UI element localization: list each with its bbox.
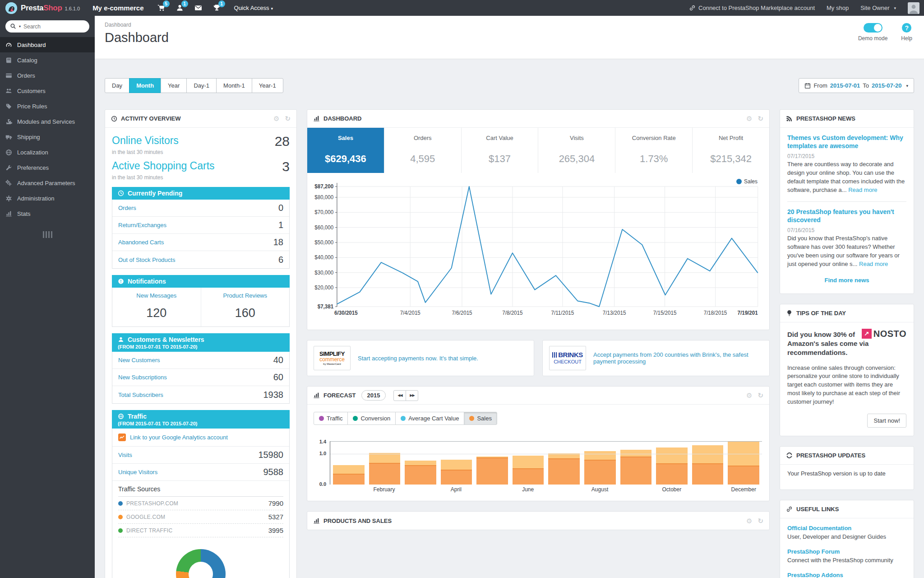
forecast-bar[interactable]: [405, 461, 436, 485]
quick-access-menu[interactable]: Quick Access▾: [234, 5, 273, 11]
sidebar-item-advanced-parameters[interactable]: Advanced Parameters: [0, 175, 95, 191]
panel-settings-icon[interactable]: ⚙: [273, 115, 279, 122]
prestashop-logo[interactable]: [5, 2, 17, 14]
search-icon[interactable]: ▾: [10, 23, 21, 29]
useful-link-item: PrestaShop AddonsEnhance your store with…: [787, 572, 906, 578]
tab-day[interactable]: Day: [105, 78, 129, 93]
unique-visitors-link[interactable]: Unique Visitors: [118, 469, 157, 475]
legend-sales[interactable]: Sales: [464, 412, 497, 425]
legend-average-cart-value[interactable]: Average Cart Value: [395, 412, 464, 425]
sidebar-item-dashboard[interactable]: Dashboard: [0, 37, 95, 52]
official-documentation-link[interactable]: Official Documentation: [787, 525, 851, 531]
sidebar-item-administration[interactable]: Administration: [0, 191, 95, 206]
product-reviews-link[interactable]: Product Reviews: [223, 292, 267, 299]
kpi-net-profit[interactable]: Net Profit$215,342: [693, 128, 769, 173]
article-title[interactable]: Themes vs Custom development: Why templa…: [787, 134, 906, 150]
total-subscribers-link[interactable]: Total Subscribers: [118, 392, 163, 398]
kpi-orders[interactable]: Orders4,595: [384, 128, 462, 173]
article-title[interactable]: 20 PrestaShop features you haven't disco…: [787, 208, 906, 224]
updates-status-text: Your PrestaShop version is up to date: [780, 465, 914, 489]
returns-link[interactable]: Return/Exchanges: [118, 222, 166, 228]
panel-settings-icon[interactable]: ⚙: [746, 517, 752, 524]
pending-row: Out of Stock Products6: [112, 251, 289, 268]
read-more-link[interactable]: Read more: [848, 186, 877, 193]
tab-year-1[interactable]: Year-1: [252, 78, 283, 93]
new-subscriptions-link[interactable]: New Subscriptions: [118, 374, 167, 381]
messages-icon[interactable]: [194, 4, 202, 12]
tab-day-1[interactable]: Day-1: [186, 78, 217, 93]
online-visitors-link[interactable]: Online Visitors: [112, 135, 179, 147]
sidebar-item-orders[interactable]: Orders: [0, 68, 95, 83]
customers-icon[interactable]: 1: [176, 4, 184, 12]
online-visitors-sub: in the last 30 minutes: [112, 149, 290, 155]
kpi-visits[interactable]: Visits265,304: [538, 128, 615, 173]
sidebar-item-modules[interactable]: Modules and Services: [0, 114, 95, 129]
svg-text:7/13/2015: 7/13/2015: [603, 310, 626, 316]
forecast-bar[interactable]: [369, 453, 401, 485]
forecast-next-button[interactable]: ▶▶: [406, 390, 418, 401]
sync-icon: [786, 452, 793, 459]
google-analytics-link[interactable]: Link to your Google Analytics account: [130, 434, 228, 441]
prestashop-addons-link[interactable]: PrestaShop Addons: [787, 572, 843, 578]
source-dot: [118, 528, 123, 533]
legend-traffic[interactable]: Traffic: [314, 412, 348, 425]
user-menu[interactable]: Site Owner▾: [860, 5, 896, 11]
simplify-banner-link[interactable]: Start accepting payments now. It's that …: [358, 355, 478, 362]
sidebar-item-shipping[interactable]: Shipping: [0, 129, 95, 144]
forecast-bar[interactable]: [620, 450, 652, 485]
avatar[interactable]: [908, 2, 919, 14]
date-range-picker[interactable]: From 2015-07-01 To 2015-07-20 ▾: [799, 78, 914, 93]
new-customers-link[interactable]: New Customers: [118, 357, 160, 364]
start-now-button[interactable]: Start now!: [867, 414, 906, 428]
sidebar-item-stats[interactable]: Stats: [0, 206, 95, 221]
forecast-bar[interactable]: [728, 442, 759, 485]
marketplace-link[interactable]: Connect to PrestaShop Marketplace accoun…: [689, 5, 815, 11]
brinks-banner-link[interactable]: Accept payments from 200 countries with …: [593, 351, 763, 365]
panel-settings-icon[interactable]: ⚙: [746, 115, 752, 122]
tab-month-1[interactable]: Month-1: [216, 78, 252, 93]
active-carts-value: 3: [282, 160, 290, 173]
kpi-conversion-rate[interactable]: Conversion Rate1.73%: [615, 128, 693, 173]
new-messages-link[interactable]: New Messages: [136, 292, 176, 299]
orders-link[interactable]: Orders: [118, 205, 136, 211]
sidebar-item-preferences[interactable]: Preferences: [0, 160, 95, 175]
forecast-bar[interactable]: [333, 465, 365, 485]
forecast-bar[interactable]: [476, 457, 508, 485]
sidebar-item-customers[interactable]: Customers: [0, 83, 95, 98]
sidebar-collapse-toggle[interactable]: [42, 231, 53, 238]
my-shop-link[interactable]: My shop: [827, 5, 849, 11]
forecast-bar[interactable]: [584, 451, 616, 485]
tab-year[interactable]: Year: [161, 78, 187, 93]
forecast-bar[interactable]: [548, 453, 580, 485]
kpi-cart-value[interactable]: Cart Value$137: [462, 128, 539, 173]
panel-refresh-icon[interactable]: ↻: [758, 392, 763, 399]
forecast-bar[interactable]: [441, 460, 472, 485]
trophy-icon[interactable]: 1: [213, 4, 221, 12]
visits-link[interactable]: Visits: [118, 452, 132, 458]
sidebar-item-catalog[interactable]: Catalog: [0, 52, 95, 68]
prestashop-forum-link[interactable]: PrestaShop Forum: [787, 548, 840, 555]
sidebar-item-localization[interactable]: Localization: [0, 144, 95, 160]
demo-mode-toggle[interactable]: [864, 23, 882, 33]
forecast-bar[interactable]: [513, 456, 544, 485]
out-of-stock-link[interactable]: Out of Stock Products: [118, 256, 175, 263]
active-carts-link[interactable]: Active Shopping Carts: [112, 160, 215, 172]
abandoned-carts-link[interactable]: Abandoned Carts: [118, 239, 164, 246]
forecast-bar[interactable]: [656, 447, 688, 485]
panel-refresh-icon[interactable]: ↻: [285, 115, 291, 122]
tab-month[interactable]: Month: [129, 78, 161, 93]
legend-conversion[interactable]: Conversion: [347, 412, 396, 425]
find-more-news-link[interactable]: Find more news: [787, 276, 906, 289]
read-more-link[interactable]: Read more: [859, 261, 888, 267]
panel-refresh-icon[interactable]: ↻: [758, 115, 763, 122]
forecast-prev-button[interactable]: ◀◀: [393, 390, 406, 401]
forecast-bar[interactable]: [692, 445, 724, 485]
cart-icon[interactable]: 5: [157, 4, 165, 12]
panel-refresh-icon[interactable]: ↻: [758, 517, 763, 524]
panel-settings-icon[interactable]: ⚙: [746, 392, 752, 399]
kpi-sales[interactable]: Sales$629,436: [307, 128, 384, 173]
shop-name[interactable]: My e-commerce: [92, 4, 143, 12]
sales-legend-dot: [736, 179, 742, 184]
sidebar-item-price-rules[interactable]: Price Rules: [0, 98, 95, 114]
help-icon[interactable]: ?: [902, 23, 911, 33]
